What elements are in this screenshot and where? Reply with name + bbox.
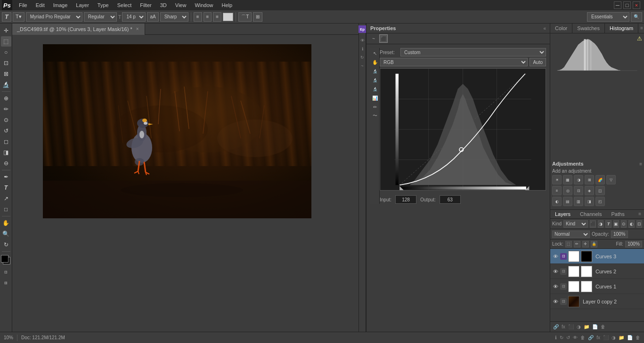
menu-filter[interactable]: Filter [136,1,155,9]
layer-item[interactable]: 👁 ⊡ Layer 0 copy 2 [550,294,644,309]
lock-image-btn[interactable]: ✏ [574,241,580,247]
menu-image[interactable]: Image [49,1,72,9]
add-mask-btn[interactable]: ⬛ [568,324,574,329]
layers-menu-btn[interactable]: ≡ [636,210,644,218]
info-tool[interactable]: ℹ [359,45,366,53]
layer-link-icon[interactable]: 🔗 [588,335,594,340]
adj-levels[interactable]: ▦ [563,175,572,184]
tab-paths[interactable]: Paths [607,210,629,218]
curves-graph-btn[interactable]: 📊 [371,94,379,102]
edit-in-quick-mask[interactable]: ⊡ [1,267,11,277]
marquee-tool[interactable]: ⬚ [1,36,11,47]
layer-filter-smart[interactable]: ⊙ [621,220,627,228]
menu-type[interactable]: Type [94,1,113,9]
zoom-tool[interactable]: 🔍 [1,229,11,239]
eyedropper-tool[interactable]: 🔬 [1,80,11,90]
dodge-tool[interactable]: ⊖ [1,158,11,168]
adj-posterize[interactable]: ▤ [563,197,572,206]
workspace-dropdown[interactable]: Essentials [587,12,629,22]
status-trash-btn[interactable]: 🗑 [580,335,585,340]
curves-mode-icon[interactable]: ~ [369,34,378,43]
move-tool[interactable]: ✛ [1,25,11,36]
layer-filter-adj[interactable]: ◑ [598,220,603,228]
menu-edit[interactable]: Edit [32,1,49,9]
hand-tool[interactable]: ✋ [1,218,11,228]
layer-visibility-layer0[interactable]: 👁 [552,298,559,305]
adj-invert[interactable]: ◐ [552,197,562,206]
align-left-btn[interactable]: ≡ [194,12,202,22]
adjustment-layer-btn[interactable]: ◑ [577,324,581,329]
curves-smooth-btn[interactable]: 〜 [371,112,379,120]
rotate-tool[interactable]: ↻ [1,239,11,250]
text-size-icon[interactable]: aA [147,12,158,22]
curves-eyedropper-gray[interactable]: 🔬 [371,76,379,84]
adj-curves[interactable]: ◑ [574,175,583,184]
delete-layer-btn[interactable]: 🗑 [601,324,605,329]
workspace-search-btn[interactable]: 🔍 [631,12,642,22]
curves-pointer-tool[interactable]: ↖ [371,49,379,57]
status-undo-btn[interactable]: ↺ [566,335,570,340]
adj-bw[interactable]: ◎ [563,186,572,195]
adj-photo-filter[interactable]: ⊡ [574,186,583,195]
blend-mode-dropdown[interactable]: Normal [552,231,590,238]
clone-tool[interactable]: ⊙ [1,115,11,125]
eyeball-toggle[interactable]: 👁 [359,37,366,44]
gradient-tool[interactable]: ◨ [1,147,11,158]
layer-delete-icon[interactable]: 🗑 [636,335,640,340]
kind-dropdown[interactable]: Kind [563,220,588,228]
adj-threshold[interactable]: ▥ [574,197,583,206]
align-right-btn[interactable]: ≡ [213,12,221,22]
foreground-color[interactable] [1,255,8,263]
panel-menu-btn[interactable]: ≡ [638,24,644,33]
curves-pencil-tool[interactable]: ✏ [371,103,379,111]
font-size-dropdown[interactable]: 14 pt [122,12,146,22]
restore-button[interactable]: □ [623,1,631,9]
menu-select[interactable]: Select [114,1,136,9]
link-layers-btn[interactable]: 🔗 [553,324,559,329]
screen-mode[interactable]: ⊟ [1,278,11,288]
lock-all-btn[interactable]: 🔒 [591,241,597,247]
layer-filter-shape[interactable]: ▣ [613,220,619,228]
curves-tool-side[interactable]: ~ [359,62,366,70]
menu-layer[interactable]: Layer [72,1,93,9]
menu-3d[interactable]: 3D [156,1,171,9]
adj-gradient-map[interactable]: ◨ [585,197,594,206]
layer-item[interactable]: 👁 ⊡ Curves 3 [550,249,644,264]
adj-channel-mixer[interactable]: ◈ [585,186,594,195]
menu-window[interactable]: Window [191,1,217,9]
output-value[interactable] [440,195,461,204]
adj-colorbalance[interactable]: ≡ [552,186,562,195]
layer-link-curves2[interactable]: ⊡ [560,268,567,275]
rotate-tool-side[interactable]: ↻ [359,54,366,61]
quick-select-tool[interactable]: ⊡ [1,58,11,68]
adj-vibrance[interactable]: 🌈 [595,175,605,184]
font-style-dropdown[interactable]: Regular [84,12,117,22]
layer-link-curves1[interactable]: ⊡ [560,283,567,290]
layer-item[interactable]: 👁 ⊡ Curves 2 [550,264,644,279]
path-select-tool[interactable]: ↗ [1,193,11,204]
adj-brightness[interactable]: ☀ [552,175,562,184]
layer-fx-icon[interactable]: fx [596,335,600,340]
font-family-dropdown[interactable]: Myriad Pro Regular [26,12,82,22]
antialiasing-dropdown[interactable]: Sharp [160,12,188,22]
input-value[interactable] [395,195,416,204]
color-swatch-area[interactable] [1,255,11,265]
lasso-tool[interactable]: ○ [1,47,11,57]
type-tool-btn[interactable]: T [2,12,11,22]
tab-histogram[interactable]: Histogram [605,24,638,33]
adj-menu-btn[interactable]: ≡ [639,161,642,167]
curves-hand-tool[interactable]: ✋ [371,58,379,66]
shape-tool[interactable]: □ [1,204,11,215]
layer-adj-icon[interactable]: ◑ [611,335,616,340]
tab-swatches[interactable]: Swatches [572,24,605,33]
status-info-btn[interactable]: ℹ [555,335,557,340]
fill-input[interactable] [625,241,642,247]
layer-folder-icon[interactable]: 📁 [619,335,624,340]
brush-tool[interactable]: ✏ [1,104,11,114]
status-navigate-btn[interactable]: ↻ [560,335,563,340]
curves-graph[interactable] [380,68,546,191]
layer-filter-pixel[interactable]: ⬛ [590,220,596,228]
layer-mask-icon[interactable]: ⬛ [603,335,609,340]
adj-hsl[interactable]: ▽ [606,175,616,184]
layer-filter-type[interactable]: T [605,220,611,228]
